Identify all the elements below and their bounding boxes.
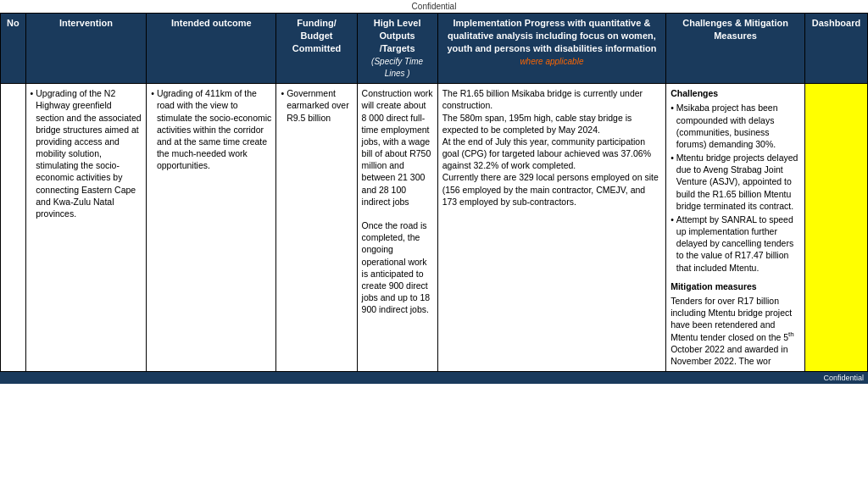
mitigation-title: Mitigation measures — [670, 280, 800, 292]
challenge-item-1: • Msikaba project has been compounded wi… — [670, 102, 800, 150]
header-no: No — [1, 14, 26, 84]
confidential-bottom-label: Confidential — [0, 372, 868, 384]
header-challenges: Challenges & Mitigation Measures — [666, 14, 805, 84]
header-funding: Funding/ Budget Committed — [276, 14, 357, 84]
confidential-top-label: Confidential — [0, 0, 868, 13]
row-number — [1, 84, 26, 371]
header-outcome: Intended outcome — [147, 14, 276, 84]
implementation-cell: The R1.65 billion Msikaba bridge is curr… — [437, 84, 665, 371]
outcome-cell: • Ugrading of 411km of the road with the… — [147, 84, 276, 371]
mitigation-text: Tenders for over R17 billion including M… — [670, 295, 800, 368]
header-dashboard: Dashboard — [804, 14, 867, 84]
funding-cell: • Government earmarked over R9.5 billion — [276, 84, 357, 371]
header-outputs: High Level Outputs /Targets (Specify Tim… — [357, 14, 437, 84]
implementation-text: The R1.65 billion Msikaba bridge is curr… — [442, 88, 659, 207]
intervention-cell: • Upgrading of the N2 Highway greenfield… — [25, 84, 147, 371]
outcome-text: Ugrading of 411km of the road with the v… — [157, 87, 272, 171]
challenge-item-2: • Mtentu bridge projects delayed due to … — [670, 152, 800, 212]
outputs-cell: Construction work will create about 8 00… — [357, 84, 437, 371]
challenge-item-3: • Attempt by SANRAL to speed up implemen… — [670, 214, 800, 274]
challenges-cell: Challenges • Msikaba project has been co… — [666, 84, 805, 371]
intervention-text: Upgrading of the N2 Highway greenfield s… — [36, 87, 142, 219]
dashboard-cell — [804, 84, 867, 371]
outputs-text: Construction work will create about 8 00… — [362, 88, 433, 314]
funding-text: Government earmarked over R9.5 billion — [287, 87, 352, 124]
header-implementation: Implementation Progress with quantitativ… — [437, 14, 665, 84]
header-intervention: Intervention — [25, 14, 147, 84]
challenges-title: Challenges — [670, 87, 800, 99]
